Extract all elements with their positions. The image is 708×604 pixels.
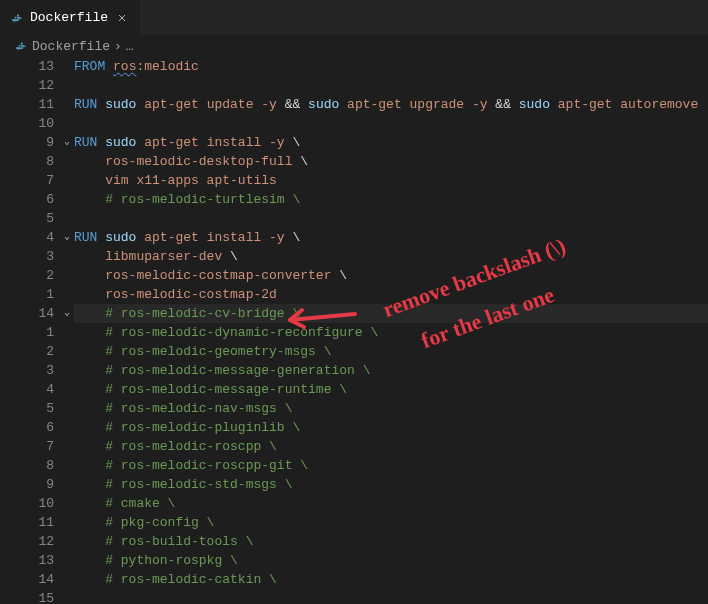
code-token: # ros-melodic-roscpp-git \ <box>74 456 308 475</box>
line-number: 14 <box>0 570 54 589</box>
line-number: 11 <box>0 95 54 114</box>
breadcrumb[interactable]: Dockerfile › … <box>0 35 708 57</box>
code-area[interactable]: FROM ros:melodicRUN sudo apt-get update … <box>74 57 708 604</box>
code-line[interactable]: # python-rospkg \ <box>74 551 708 570</box>
code-token: \ <box>300 152 308 171</box>
code-token: apt-get install -y <box>136 228 292 247</box>
chevron-down-icon[interactable]: ⌄ <box>64 132 70 151</box>
line-number: 6 <box>0 418 54 437</box>
line-number: 10 <box>0 114 54 133</box>
line-number: 4 <box>0 380 54 399</box>
fold-cell <box>60 456 74 475</box>
code-line[interactable] <box>74 209 708 228</box>
code-token: # python-rospkg \ <box>74 551 238 570</box>
code-token: # ros-melodic-turtlesim \ <box>74 190 300 209</box>
code-line[interactable]: ros-melodic-costmap-converter \ <box>74 266 708 285</box>
code-token: RUN <box>74 228 97 247</box>
line-number: 13 <box>0 551 54 570</box>
code-token: \ <box>230 247 238 266</box>
line-number: 14 <box>0 304 54 323</box>
code-line[interactable]: # ros-melodic-pluginlib \ <box>74 418 708 437</box>
code-line[interactable]: ros-melodic-costmap-2d <box>74 285 708 304</box>
code-token: \ <box>339 266 347 285</box>
code-token: ros-melodic-costmap-2d <box>74 285 277 304</box>
code-line[interactable]: # ros-melodic-cv-bridge \ <box>74 304 708 323</box>
fold-cell[interactable]: ⌄ <box>60 304 74 323</box>
code-token: \ <box>292 228 300 247</box>
fold-cell <box>60 152 74 171</box>
fold-cell[interactable]: ⌄ <box>60 133 74 152</box>
line-number: 7 <box>0 171 54 190</box>
code-line[interactable]: RUN sudo apt-get update -y && sudo apt-g… <box>74 95 708 114</box>
chevron-right-icon: › <box>114 39 122 54</box>
tab-dockerfile[interactable]: Dockerfile <box>0 0 141 35</box>
code-line[interactable]: vim x11-apps apt-utils <box>74 171 708 190</box>
fold-cell <box>60 380 74 399</box>
code-token: # ros-melodic-catkin \ <box>74 570 277 589</box>
code-token: sudo <box>105 95 136 114</box>
fold-cell <box>60 361 74 380</box>
code-token: :melodic <box>136 57 198 76</box>
chevron-down-icon[interactable]: ⌄ <box>64 227 70 246</box>
fold-cell <box>60 95 74 114</box>
code-line[interactable]: # ros-melodic-message-generation \ <box>74 361 708 380</box>
line-number: 1 <box>0 323 54 342</box>
chevron-down-icon[interactable]: ⌄ <box>64 303 70 322</box>
code-line[interactable]: # ros-melodic-std-msgs \ <box>74 475 708 494</box>
code-line[interactable]: # ros-melodic-roscpp-git \ <box>74 456 708 475</box>
line-number: 6 <box>0 190 54 209</box>
code-line[interactable] <box>74 114 708 133</box>
line-number: 10 <box>0 494 54 513</box>
code-token: ros <box>113 57 136 76</box>
code-token: # pkg-config \ <box>74 513 214 532</box>
code-line[interactable]: RUN sudo apt-get install -y \ <box>74 228 708 247</box>
code-token: # ros-melodic-roscpp \ <box>74 437 277 456</box>
docker-icon <box>14 39 28 53</box>
code-line[interactable]: FROM ros:melodic <box>74 57 708 76</box>
fold-cell <box>60 342 74 361</box>
code-token: # ros-melodic-nav-msgs \ <box>74 399 292 418</box>
tab-title: Dockerfile <box>30 10 108 25</box>
code-line[interactable]: # pkg-config \ <box>74 513 708 532</box>
fold-cell <box>60 285 74 304</box>
code-line[interactable] <box>74 589 708 604</box>
code-token: apt-get autoremove <box>550 95 698 114</box>
line-number: 5 <box>0 399 54 418</box>
fold-cell[interactable]: ⌄ <box>60 228 74 247</box>
code-line[interactable]: # ros-melodic-roscpp \ <box>74 437 708 456</box>
code-token: ros-melodic-desktop-full <box>74 152 300 171</box>
code-line[interactable]: # cmake \ <box>74 494 708 513</box>
code-token: && <box>285 95 301 114</box>
code-token: # ros-melodic-message-generation \ <box>74 361 370 380</box>
code-token: # ros-melodic-geometry-msgs \ <box>74 342 331 361</box>
tab-bar: Dockerfile <box>0 0 708 35</box>
fold-cell <box>60 266 74 285</box>
code-token: # ros-melodic-message-runtime \ <box>74 380 347 399</box>
code-line[interactable]: libmuparser-dev \ <box>74 247 708 266</box>
fold-cell <box>60 76 74 95</box>
code-line[interactable]: # ros-melodic-geometry-msgs \ <box>74 342 708 361</box>
code-line[interactable]: # ros-melodic-message-runtime \ <box>74 380 708 399</box>
code-token: FROM <box>74 57 105 76</box>
code-line[interactable]: # ros-build-tools \ <box>74 532 708 551</box>
close-icon[interactable] <box>114 10 130 26</box>
code-line[interactable]: RUN sudo apt-get install -y \ <box>74 133 708 152</box>
code-token <box>105 57 113 76</box>
line-number: 4 <box>0 228 54 247</box>
code-line[interactable] <box>74 76 708 95</box>
line-number: 7 <box>0 437 54 456</box>
fold-cell <box>60 190 74 209</box>
code-token: RUN <box>74 95 97 114</box>
code-token <box>511 95 519 114</box>
line-number: 2 <box>0 342 54 361</box>
code-line[interactable]: # ros-melodic-catkin \ <box>74 570 708 589</box>
breadcrumb-file: Dockerfile <box>32 39 110 54</box>
line-number: 1 <box>0 285 54 304</box>
code-token: sudo <box>105 133 136 152</box>
code-line[interactable]: # ros-melodic-nav-msgs \ <box>74 399 708 418</box>
code-line[interactable]: ros-melodic-desktop-full \ <box>74 152 708 171</box>
code-line[interactable]: # ros-melodic-dynamic-reconfigure \ <box>74 323 708 342</box>
line-number: 2 <box>0 266 54 285</box>
editor[interactable]: 1312111098765432114123456789101112131415… <box>0 57 708 604</box>
code-line[interactable]: # ros-melodic-turtlesim \ <box>74 190 708 209</box>
